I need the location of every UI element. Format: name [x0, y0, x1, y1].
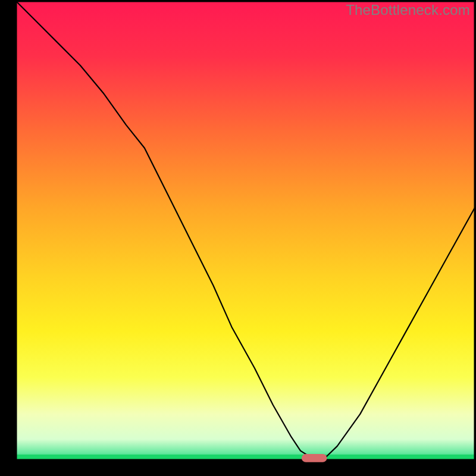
- watermark-text: TheBottleneck.com: [346, 2, 470, 18]
- bottleneck-chart: [0, 0, 476, 476]
- optimum-marker: [302, 454, 327, 462]
